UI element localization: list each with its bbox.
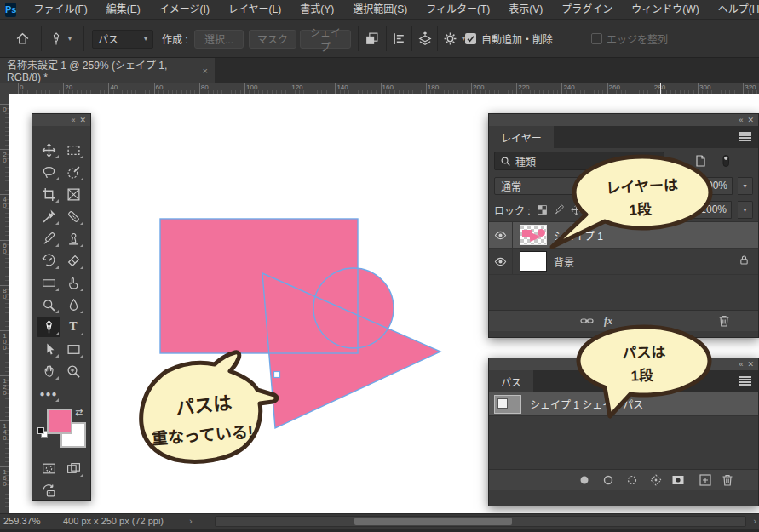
opacity-chevron-icon[interactable]: ▾ <box>738 177 753 195</box>
ruler-origin-corner[interactable] <box>0 83 9 94</box>
visibility-toggle[interactable] <box>489 222 513 248</box>
menu-image[interactable]: イメージ(I) <box>150 0 219 20</box>
fill-field[interactable]: 100% <box>693 201 732 219</box>
document-tab[interactable]: 名称未設定 1 @ 259% (シェイプ 1, RGB/8) * × <box>0 58 215 83</box>
shape-tool[interactable] <box>61 339 85 359</box>
clone-stamp-tool[interactable] <box>61 228 85 249</box>
tool-mode-dropdown[interactable]: パス▾ <box>92 30 153 49</box>
lock-position-icon[interactable] <box>571 204 582 215</box>
collapse-panel-icon[interactable]: « <box>71 116 74 124</box>
status-chevron-icon[interactable]: › <box>189 516 193 526</box>
delete-layer-icon[interactable] <box>717 314 731 331</box>
menu-select[interactable]: 選択範囲(S) <box>343 0 417 20</box>
make-mask-button[interactable]: マスク <box>249 30 296 49</box>
stroke-path-icon[interactable] <box>601 473 615 490</box>
close-panel-icon[interactable]: ✕ <box>747 360 754 369</box>
type-tool[interactable]: T <box>61 317 85 337</box>
tab-close-icon[interactable]: × <box>203 66 208 76</box>
layer-row-background[interactable]: 背景 <box>489 249 758 275</box>
menu-plugins[interactable]: プラグイン <box>552 0 622 20</box>
layer-name[interactable]: シェイプ 1 <box>554 228 603 243</box>
menu-filter[interactable]: フィルター(T) <box>417 0 499 20</box>
hand-tool[interactable] <box>37 361 60 381</box>
path-row-shape1[interactable]: シェイプ 1 シェイプパス <box>489 392 758 416</box>
lasso-tool[interactable] <box>37 162 60 182</box>
horizontal-ruler[interactable]: 0204060801001201401601802002202402602803… <box>9 83 759 94</box>
path-alignment-button[interactable] <box>392 20 406 58</box>
opacity-field[interactable]: 100% <box>693 177 733 195</box>
path-anchor-point[interactable] <box>274 372 280 378</box>
lock-paint-icon[interactable] <box>554 204 565 215</box>
path-name[interactable]: シェイプ 1 シェイプパス <box>530 397 643 411</box>
horizontal-scrollbar[interactable] <box>215 516 746 527</box>
layer-row-shape1[interactable]: シェイプ 1 <box>489 222 758 249</box>
brush-tool[interactable] <box>37 228 60 249</box>
vertical-ruler[interactable]: 020406080100120140160180 <box>0 94 9 513</box>
menu-layer[interactable]: レイヤー(L) <box>219 0 290 20</box>
load-path-as-selection-icon[interactable] <box>625 473 639 490</box>
align-edges-checkbox[interactable] <box>591 20 602 58</box>
link-layers-icon[interactable] <box>580 314 594 331</box>
menu-help[interactable]: ヘルプ(H) <box>709 0 759 20</box>
lock-transparency-icon[interactable] <box>537 204 548 215</box>
layer-thumbnail[interactable] <box>520 251 547 272</box>
make-shape-button[interactable]: シェイプ <box>300 30 351 49</box>
menu-window[interactable]: ウィンドウ(W) <box>622 0 708 20</box>
delete-path-icon[interactable] <box>721 473 734 490</box>
foreground-color-swatch[interactable] <box>47 409 72 434</box>
path-selection-tool[interactable] <box>37 339 60 359</box>
path-arrangement-button[interactable] <box>417 20 433 58</box>
home-button[interactable] <box>15 20 30 58</box>
blend-mode-dropdown[interactable]: 通常 <box>494 177 596 195</box>
filter-page-icon[interactable] <box>693 154 707 168</box>
scroll-right-icon[interactable]: › <box>753 516 756 526</box>
move-tool[interactable] <box>37 140 60 160</box>
pen-options-gear-button[interactable]: ▾ <box>443 20 465 58</box>
menu-file[interactable]: ファイル(F) <box>24 0 96 20</box>
gradient-tool[interactable] <box>37 272 60 293</box>
path-thumbnail[interactable] <box>494 395 521 414</box>
eraser-tool[interactable] <box>61 250 85 271</box>
screen-mode-button[interactable] <box>61 458 85 478</box>
new-path-icon[interactable] <box>699 473 712 490</box>
layer-name[interactable]: 背景 <box>554 255 574 269</box>
collapse-panel-icon[interactable]: « <box>739 360 742 369</box>
layer-style-fx-icon[interactable]: fx <box>604 315 612 328</box>
crop-tool[interactable] <box>37 184 60 204</box>
close-panel-icon[interactable]: ✕ <box>747 116 754 124</box>
visibility-toggle[interactable] <box>489 249 513 274</box>
edit-toolbar-button[interactable]: ●●● <box>37 383 60 403</box>
marquee-tool[interactable] <box>61 140 85 160</box>
menu-type[interactable]: 書式(Y) <box>290 0 343 20</box>
pen-tool[interactable] <box>37 317 60 337</box>
sponge-tool[interactable] <box>61 295 85 315</box>
layer-thumbnail[interactable] <box>520 225 547 245</box>
zoom-level-field[interactable]: 259.37% <box>3 516 40 526</box>
quick-mask-button[interactable] <box>37 458 60 478</box>
scrollbar-thumb[interactable] <box>354 518 512 525</box>
healing-brush-tool[interactable] <box>61 206 85 226</box>
panel-menu-icon[interactable] <box>739 132 751 141</box>
object-selection-tool[interactable] <box>61 162 85 182</box>
path-operations-button[interactable] <box>365 20 379 58</box>
frame-tool[interactable] <box>61 184 85 204</box>
collapse-panel-icon[interactable]: « <box>739 116 742 124</box>
filter-toggle-icon[interactable] <box>719 154 733 168</box>
menu-view[interactable]: 表示(V) <box>499 0 552 20</box>
panel-menu-icon[interactable] <box>739 376 751 386</box>
add-mask-icon[interactable] <box>671 473 685 490</box>
dodge-tool[interactable] <box>37 295 60 315</box>
rotate-view-button[interactable] <box>37 480 60 501</box>
zoom-tool[interactable] <box>61 361 85 381</box>
swap-colors-icon[interactable]: ⇄ <box>75 407 83 418</box>
make-work-path-icon[interactable] <box>649 473 663 490</box>
tab-paths[interactable]: パス <box>489 370 533 392</box>
eyedropper-tool[interactable] <box>37 206 60 226</box>
layer-filter-field[interactable]: 種類 <box>494 152 664 170</box>
tool-preset-picker[interactable]: ▾ <box>49 20 72 58</box>
close-panel-icon[interactable]: ✕ <box>79 116 86 124</box>
fill-path-icon[interactable] <box>578 473 591 490</box>
auto-add-delete-checkbox[interactable] <box>465 20 476 58</box>
history-brush-tool[interactable] <box>37 250 60 271</box>
fill-chevron-icon[interactable]: ▾ <box>738 201 753 219</box>
